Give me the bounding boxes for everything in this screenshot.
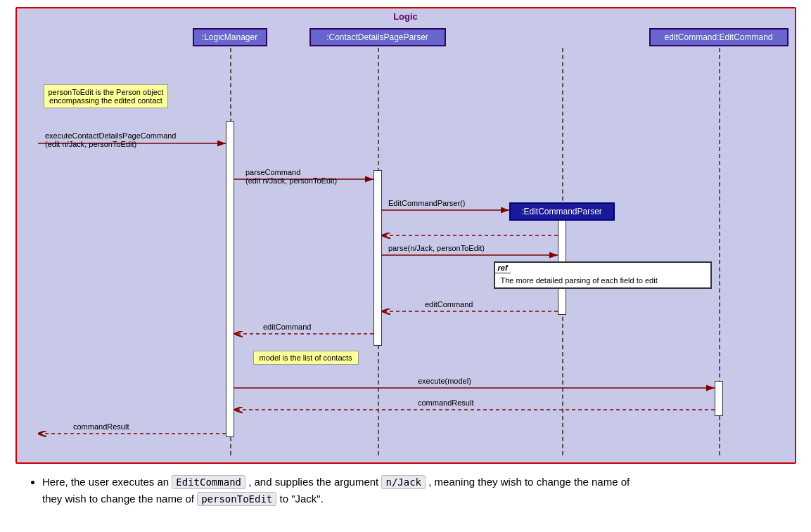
label-msg5: parse(n/Jack, personToEdit) [388,244,485,252]
label-msg1b: (edit n/Jack, personToEdit) [45,140,136,148]
lifeline-contactdetailspageparser: :ContactDetailsPageParser [309,28,446,46]
ref-label: ref [495,263,710,273]
note-model: model is the list of contacts [253,351,359,365]
ref-box: ref The more detailed parsing of each fi… [494,261,712,289]
note-persontoedit: personToEdit is the Person object encomp… [44,84,169,108]
label-msg2: parseCommand [245,168,300,176]
inline-code-editcommand: EditCommand [172,475,245,489]
inline-code-persontoedit: personToEdit [197,492,276,506]
label-msg8: execute(model) [418,377,471,385]
lifeline-logicmanager: :LogicManager [193,28,267,46]
ref-content: The more detailed parsing of each field … [495,273,710,287]
label-msg3: EditCommandParser() [388,199,465,207]
bullet-text-3: , meaning they wish to change the name o… [428,476,630,488]
lifeline-editcommandparser: :EditCommandParser [509,202,615,221]
bullet-text-2: , and supplies the argument [248,476,378,488]
activation-editcommand [715,381,723,416]
bullet-text-1: Here, the user executes an [42,476,169,488]
bottom-text: Here, the user executes an EditCommand ,… [14,474,797,507]
diagram-title: Logic [393,11,418,22]
diagram-container: Logic :LogicManager :ContactDetailsPageP… [15,7,796,464]
label-msg7: editCommand [263,323,311,331]
activation-contactdetailspageparser [373,170,382,346]
label-msg1: executeContactDetailsPageCommand [45,131,177,140]
bullet-text-4: they wish to change the name of [42,493,197,505]
activation-logicmanager [226,121,234,437]
page-container: Logic :LogicManager :ContactDetailsPageP… [0,0,811,524]
diagram-arrows: executeContactDetailsPageCommand (edit n… [17,8,795,462]
lifeline-editcommand: editCommand:EditCommand [649,28,788,46]
label-msg2b: (edit n/Jack, personToEdit) [245,176,337,185]
label-msg9: commandResult [418,398,473,407]
label-msg10: commandResult [73,422,129,431]
bullet-text-5: to "Jack". [279,493,323,505]
inline-code-njack: n/Jack [381,475,426,489]
label-msg6: editCommand [425,300,473,309]
